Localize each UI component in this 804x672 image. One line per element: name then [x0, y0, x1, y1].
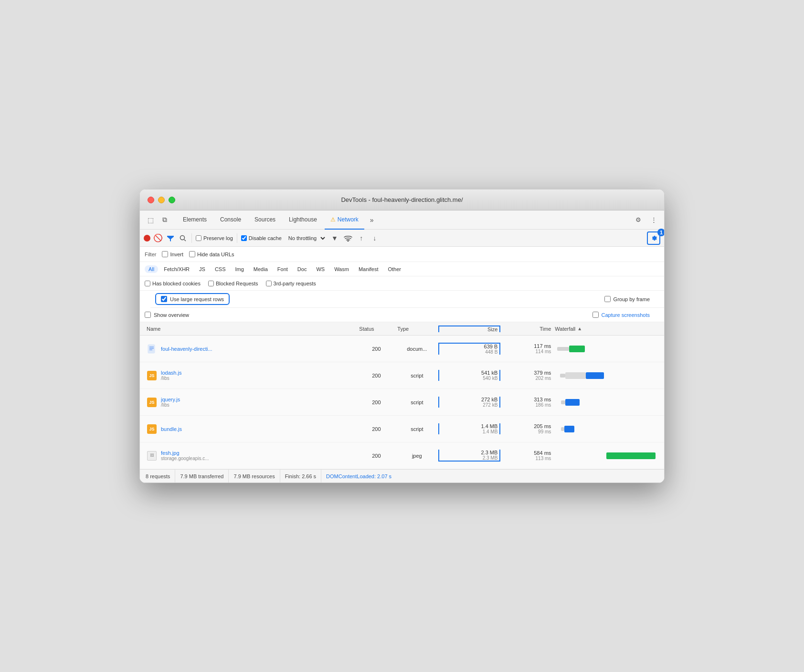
type-img-button[interactable]: Img — [232, 265, 248, 273]
upload-icon[interactable]: ↑ — [356, 233, 367, 243]
filter-icon[interactable] — [166, 233, 175, 243]
name-stack: foul-heavenly-directi... — [161, 346, 212, 352]
show-overview-checkbox[interactable] — [145, 312, 151, 318]
blocked-cookies-checkbox[interactable] — [145, 281, 150, 286]
col-type-header[interactable]: Type — [395, 326, 438, 332]
invert-label[interactable]: Invert — [162, 251, 183, 257]
type-all-button[interactable]: All — [145, 265, 158, 273]
tab-sources[interactable]: Sources — [249, 210, 281, 230]
table-row[interactable]: JS jquery.js /libs 200 script 272 kB 272… — [140, 389, 664, 416]
disable-cache-checkbox[interactable] — [241, 235, 247, 241]
close-button[interactable] — [148, 197, 154, 203]
type-cell: docum... — [395, 346, 438, 352]
table-row[interactable]: foul-heavenly-directi... 200 docum... 63… — [140, 336, 664, 362]
wifi-icon — [343, 233, 353, 243]
type-ws-button[interactable]: WS — [312, 265, 328, 273]
name-stack: bundle.js — [161, 426, 182, 432]
type-other-button[interactable]: Other — [384, 265, 405, 273]
large-rows-checkbox[interactable] — [161, 296, 167, 302]
settings-gear-icon[interactable]: ⚙ — [632, 213, 645, 227]
cursor-icon[interactable]: ⬚ — [144, 213, 157, 227]
table-row[interactable]: 🖼 fesh.jpg storage.googleapis.c... 200 j… — [140, 442, 664, 469]
hide-urls-label[interactable]: Hide data URLs — [189, 251, 234, 257]
tab-console[interactable]: Console — [214, 210, 247, 230]
preserve-log-label[interactable]: Preserve log — [196, 235, 233, 241]
record-button[interactable] — [144, 235, 150, 242]
preserve-log-checkbox[interactable] — [196, 235, 201, 241]
show-overview-label[interactable]: Show overview — [145, 312, 189, 318]
network-settings-button[interactable]: 1 — [647, 231, 660, 245]
group-frame-checkbox[interactable] — [604, 296, 611, 302]
network-table: Name Status Type Size Time Waterfall ▲ — [140, 322, 664, 469]
type-js-button[interactable]: JS — [195, 265, 209, 273]
dom-loaded-time: DOMContentLoaded: 2.07 s — [321, 470, 396, 483]
device-icon[interactable]: ⧉ — [158, 213, 171, 227]
throttle-arrow-icon[interactable]: ▼ — [329, 233, 340, 243]
resource-path: storage.googleapis.c... — [161, 456, 209, 461]
col-waterfall-header[interactable]: Waterfall ▲ — [553, 326, 659, 332]
group-frame-label[interactable]: Group by frame — [604, 296, 650, 302]
third-party-label[interactable]: 3rd-party requests — [266, 281, 316, 286]
tab-icons: ⬚ ⧉ — [144, 213, 171, 227]
waterfall-cell — [553, 395, 659, 410]
table-row[interactable]: JS lodash.js /libs 200 script 541 kB 540… — [140, 362, 664, 389]
svg-point-2 — [348, 241, 349, 242]
type-media-button[interactable]: Media — [250, 265, 272, 273]
type-wasm-button[interactable]: Wasm — [330, 265, 353, 273]
img-file-icon: 🖼 — [147, 451, 157, 461]
resource-path: /libs — [161, 402, 180, 408]
name-stack: jquery.js /libs — [161, 397, 180, 408]
tab-elements[interactable]: Elements — [177, 210, 212, 230]
col-status-header[interactable]: Status — [357, 326, 395, 332]
third-party-checkbox[interactable] — [266, 281, 272, 286]
type-fetch-button[interactable]: Fetch/XHR — [160, 265, 193, 273]
time-cell: 584 ms 113 ms — [500, 450, 553, 461]
network-toolbar: 🚫 Preserve log Disable cache — [140, 230, 664, 247]
invert-checkbox[interactable] — [162, 251, 168, 257]
clear-icon[interactable]: 🚫 — [153, 233, 163, 243]
col-time-header[interactable]: Time — [500, 326, 553, 332]
type-css-button[interactable]: CSS — [211, 265, 230, 273]
hide-urls-checkbox[interactable] — [189, 251, 195, 257]
large-rows-label[interactable]: Use large request rows — [155, 293, 230, 305]
maximize-button[interactable] — [169, 197, 175, 203]
type-font-button[interactable]: Font — [274, 265, 292, 273]
table-row[interactable]: JS bundle.js 200 script 1.4 MB 1.4 MB — [140, 416, 664, 442]
time-cell: 117 ms 114 ms — [500, 343, 553, 354]
tab-network[interactable]: ⚠ Network — [325, 210, 364, 230]
blocked-requests-checkbox[interactable] — [208, 281, 214, 286]
resource-name: foul-heavenly-directi... — [161, 346, 212, 352]
resource-name: bundle.js — [161, 426, 182, 432]
js-file-icon: JS — [147, 424, 157, 434]
col-name-header[interactable]: Name — [145, 326, 357, 332]
download-icon[interactable]: ↓ — [370, 233, 380, 243]
search-icon[interactable] — [178, 233, 188, 243]
table-rows-wrapper: foul-heavenly-directi... 200 docum... 63… — [140, 336, 664, 469]
waterfall-cell — [553, 449, 659, 463]
tab-lighthouse[interactable]: Lighthouse — [283, 210, 323, 230]
name-cell: JS lodash.js /libs — [145, 370, 357, 381]
more-options-icon[interactable]: ⋮ — [647, 213, 660, 227]
divider2 — [237, 233, 237, 243]
svg-line-1 — [184, 240, 186, 241]
tab-more-button[interactable]: » — [366, 210, 378, 230]
type-cell: script — [395, 399, 438, 405]
minimize-button[interactable] — [158, 197, 165, 203]
capture-screenshots-label[interactable]: Capture screenshots — [592, 312, 650, 318]
blocked-cookies-label[interactable]: Has blocked cookies — [145, 281, 201, 286]
capture-screenshots-checkbox[interactable] — [592, 312, 599, 318]
large-rows-text: Use large request rows — [170, 296, 224, 302]
throttle-select[interactable]: No throttling — [285, 235, 327, 242]
title-bar: DevTools - foul-heavenly-direction.glitc… — [140, 189, 664, 210]
type-doc-button[interactable]: Doc — [294, 265, 311, 273]
resource-name: jquery.js — [161, 397, 180, 402]
blocked-requests-label[interactable]: Blocked Requests — [208, 281, 258, 286]
type-cell: jpeg — [395, 453, 438, 459]
overview-row: Show overview Capture screenshots — [140, 308, 664, 322]
type-cell: script — [395, 426, 438, 432]
disable-cache-label[interactable]: Disable cache — [241, 235, 282, 241]
col-size-header[interactable]: Size — [438, 326, 500, 332]
time-cell: 379 ms 202 ms — [500, 370, 553, 381]
type-manifest-button[interactable]: Manifest — [355, 265, 382, 273]
type-cell: script — [395, 373, 438, 378]
